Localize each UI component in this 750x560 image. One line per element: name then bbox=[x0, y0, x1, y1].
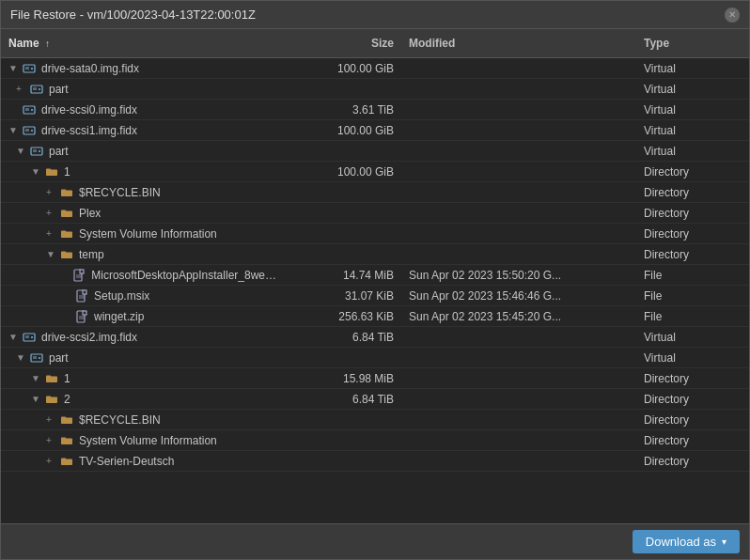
table-row[interactable]: drive-scsi0.img.fidx3.61 TiBVirtual bbox=[1, 100, 749, 120]
disk-icon bbox=[23, 124, 36, 137]
row-type: Directory bbox=[636, 205, 749, 222]
table-row[interactable]: ▼partVirtual bbox=[1, 141, 749, 162]
row-modified: Sun Apr 02 2023 15:50:20 G... bbox=[401, 267, 636, 284]
table-row[interactable]: +PlexDirectory bbox=[1, 203, 749, 224]
row-size: 6.84 TiB bbox=[289, 329, 401, 346]
svg-rect-4 bbox=[33, 87, 37, 90]
row-modified bbox=[401, 335, 636, 339]
row-size bbox=[289, 87, 401, 91]
window-title: File Restore - vm/100/2023-04-13T22:00:0… bbox=[10, 8, 256, 22]
row-modified bbox=[401, 191, 636, 194]
table-row[interactable]: ▼drive-scsi1.img.fidx100.00 GiBVirtual bbox=[1, 120, 749, 141]
svg-rect-10 bbox=[25, 129, 29, 132]
row-size: 15.98 MiB bbox=[289, 370, 401, 387]
svg-rect-24 bbox=[83, 311, 86, 315]
expand-toggle[interactable]: + bbox=[46, 414, 57, 425]
svg-point-32 bbox=[39, 357, 40, 359]
row-modified bbox=[401, 356, 636, 360]
table-row[interactable]: Setup.msix31.07 KiBSun Apr 02 2023 15:46… bbox=[1, 286, 749, 306]
expand-toggle[interactable]: ▼ bbox=[8, 125, 20, 135]
col-header-modified[interactable]: Modified bbox=[401, 35, 636, 52]
folder-icon bbox=[60, 434, 73, 447]
folder-icon bbox=[45, 165, 58, 179]
row-modified bbox=[401, 149, 636, 153]
expand-toggle[interactable]: + bbox=[46, 208, 57, 218]
row-type: Virtual bbox=[636, 122, 749, 139]
row-name: TV-Serien-Deutsch bbox=[79, 455, 174, 468]
svg-rect-16 bbox=[80, 270, 84, 273]
table-row[interactable]: ▼drive-sata0.img.fidx100.00 GiBVirtual bbox=[1, 58, 749, 79]
row-name: part bbox=[49, 351, 69, 365]
expand-toggle[interactable]: ▼ bbox=[31, 394, 42, 404]
row-type: File bbox=[636, 267, 749, 284]
expand-toggle[interactable]: + bbox=[46, 228, 57, 239]
row-modified bbox=[401, 439, 636, 443]
table-row[interactable]: +TV-Serien-DeutschDirectory bbox=[1, 451, 749, 472]
table-row[interactable]: ▼1100.00 GiBDirectory bbox=[1, 162, 749, 182]
table-row[interactable]: winget.zip256.63 KiBSun Apr 02 2023 15:4… bbox=[1, 306, 749, 327]
expand-toggle[interactable]: + bbox=[46, 435, 57, 445]
row-type: Directory bbox=[636, 163, 749, 180]
col-header-size[interactable]: Size bbox=[289, 35, 401, 52]
table-row[interactable]: +$RECYCLE.BINDirectory bbox=[1, 410, 749, 430]
row-type: Directory bbox=[636, 184, 749, 201]
table-row[interactable]: ▼tempDirectory bbox=[1, 244, 749, 265]
row-size bbox=[289, 459, 401, 463]
table-row[interactable]: ▼115.98 MiBDirectory bbox=[1, 368, 749, 389]
download-as-button[interactable]: Download as ▾ bbox=[633, 530, 740, 553]
file-icon bbox=[75, 289, 88, 303]
expand-toggle[interactable]: + bbox=[46, 456, 57, 466]
row-size: 31.07 KiB bbox=[289, 288, 401, 304]
disk-icon bbox=[23, 62, 36, 75]
expand-toggle[interactable]: ▼ bbox=[31, 373, 42, 383]
disk-icon bbox=[30, 83, 43, 96]
row-modified bbox=[401, 211, 636, 215]
table-row[interactable]: ▼26.84 TiBDirectory bbox=[1, 389, 749, 410]
row-name: temp bbox=[79, 248, 104, 261]
row-name: drive-scsi1.img.fidx bbox=[41, 124, 137, 137]
expand-toggle[interactable]: ▼ bbox=[8, 63, 20, 73]
row-name: System Volume Information bbox=[79, 434, 217, 447]
folder-icon bbox=[60, 413, 73, 427]
row-type: File bbox=[636, 288, 749, 304]
col-header-name[interactable]: Name ↑ bbox=[1, 35, 289, 52]
row-size bbox=[289, 253, 401, 257]
expand-toggle[interactable]: ▼ bbox=[16, 146, 27, 156]
table-row[interactable]: +System Volume InformationDirectory bbox=[1, 430, 749, 451]
table-row[interactable]: +partVirtual bbox=[1, 79, 749, 100]
row-modified bbox=[401, 397, 636, 401]
expand-toggle[interactable]: + bbox=[16, 84, 27, 94]
svg-rect-20 bbox=[83, 290, 86, 294]
row-size bbox=[289, 418, 401, 422]
expand-toggle[interactable]: ▼ bbox=[16, 352, 27, 363]
row-name: $RECYCLE.BIN bbox=[79, 186, 161, 199]
row-size: 3.61 TiB bbox=[289, 101, 401, 118]
svg-point-14 bbox=[39, 150, 40, 152]
table-row[interactable]: +$RECYCLE.BINDirectory bbox=[1, 182, 749, 203]
row-name: $RECYCLE.BIN bbox=[79, 413, 161, 427]
table-row[interactable]: ▼drive-scsi2.img.fidx6.84 TiBVirtual bbox=[1, 327, 749, 348]
expand-toggle[interactable]: ▼ bbox=[31, 166, 42, 177]
folder-icon bbox=[60, 186, 73, 199]
table-row[interactable]: +System Volume InformationDirectory bbox=[1, 224, 749, 244]
row-type: Directory bbox=[636, 370, 749, 387]
row-size bbox=[289, 149, 401, 153]
expand-toggle[interactable]: ▼ bbox=[8, 332, 20, 342]
close-button[interactable]: ✕ bbox=[725, 8, 740, 23]
row-modified bbox=[401, 253, 636, 257]
file-tree: ▼drive-sata0.img.fidx100.00 GiBVirtual+p… bbox=[1, 58, 749, 523]
disk-icon bbox=[23, 331, 36, 344]
table-row[interactable]: MicrosoftDesktopAppInstaller_8wekyb3d8bb… bbox=[1, 265, 749, 286]
table-row[interactable]: ▼partVirtual bbox=[1, 348, 749, 368]
expand-toggle[interactable]: ▼ bbox=[46, 249, 57, 259]
disk-icon bbox=[30, 351, 43, 365]
row-name: 1 bbox=[64, 372, 70, 385]
row-size bbox=[289, 356, 401, 360]
col-header-type[interactable]: Type bbox=[636, 35, 749, 52]
expand-toggle[interactable]: + bbox=[46, 187, 57, 197]
row-type: Virtual bbox=[636, 101, 749, 118]
folder-icon bbox=[60, 207, 73, 220]
row-type: Virtual bbox=[636, 60, 749, 77]
row-modified bbox=[401, 87, 636, 91]
folder-icon bbox=[45, 372, 58, 385]
